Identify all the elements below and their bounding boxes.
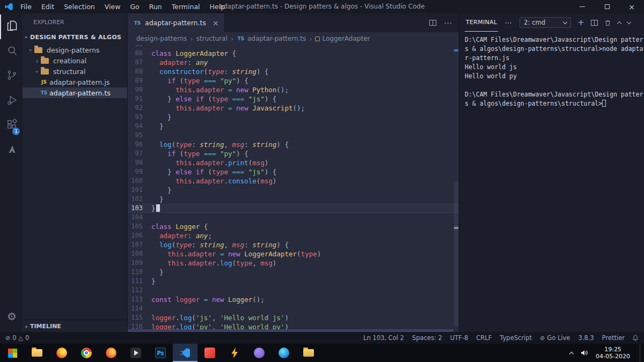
activity-source-control[interactable] (0, 64, 23, 88)
split-editor-icon[interactable] (429, 20, 436, 26)
shell-selector[interactable]: 2: cmd (519, 17, 571, 28)
panel-maximize-icon[interactable] (618, 20, 621, 25)
activity-run-debug[interactable] (0, 88, 23, 113)
more-actions-icon[interactable]: ⋯ (444, 18, 452, 28)
status-spaces-2[interactable]: Spaces: 2 (412, 334, 442, 342)
status-prettier[interactable]: Prettier (602, 334, 625, 342)
code-line[interactable]: 98 this.adapter.print(msg) (128, 158, 459, 167)
code-line[interactable]: 96 log(type: string, msg: string) { (128, 140, 459, 149)
menu-go[interactable]: Go (125, 0, 144, 13)
close-button[interactable]: × (619, 0, 644, 13)
tab-close-icon[interactable]: × (213, 19, 219, 27)
minimize-button[interactable] (570, 0, 595, 13)
tree-item-adaptar-pattern.js[interactable]: JSadaptar-pattern.js (23, 77, 127, 87)
tree-item-design-patterns[interactable]: ›design-patterns (23, 45, 127, 55)
code-line[interactable]: 85 (128, 45, 459, 49)
show-desktop-button[interactable] (640, 344, 642, 362)
code-line[interactable]: 97 if (type === "py") { (128, 149, 459, 158)
taskbar-file-explorer[interactable] (25, 344, 49, 362)
panel-collapse-icon[interactable] (627, 22, 631, 24)
status-utf-8[interactable]: UTF-8 (450, 334, 469, 342)
notifications-bell-icon[interactable] (632, 334, 639, 342)
breadcrumb-item[interactable]: LoggerAdapter (315, 35, 370, 42)
taskbar-file-explorer-2[interactable] (296, 344, 321, 362)
taskbar-app-red[interactable] (197, 344, 222, 362)
code-line[interactable]: 103} (128, 204, 459, 213)
taskbar-chrome[interactable] (74, 344, 99, 362)
tray-chevron-icon[interactable] (569, 351, 574, 356)
code-line[interactable]: 89 if (type === "py") { (128, 76, 459, 85)
code-editor[interactable]: 8586class LoggerAdapter {87 adapter: any… (128, 45, 459, 332)
editor-horizontal-scrollbar[interactable] (128, 329, 453, 332)
code-line[interactable]: 88 constructor(type: string) { (128, 67, 459, 76)
code-line[interactable]: 92 this.adapter = new Javascript(); (128, 104, 459, 113)
code-line[interactable]: 101 } (128, 186, 459, 195)
menu-edit[interactable]: Edit (36, 0, 59, 13)
workspace-section-header[interactable]: › DESIGN PATTERS & ALGOS (23, 31, 127, 43)
taskbar-lightning[interactable] (222, 344, 247, 362)
code-line[interactable]: 107 log(type: string, msg: string) { (128, 240, 459, 249)
taskbar-app-purple[interactable] (247, 344, 272, 362)
terminal-tab[interactable]: TERMINAL (465, 13, 498, 32)
menu-terminal[interactable]: Terminal (167, 0, 205, 13)
code-line[interactable]: 100 this.adapter.console(msg) (128, 176, 459, 186)
code-line[interactable]: 115logger.log('js', 'Hello world js') (128, 313, 459, 322)
code-line[interactable]: 94 } (128, 122, 459, 131)
code-line[interactable]: 91 } else if (type === "js") { (128, 94, 459, 104)
code-line[interactable]: 93 } (128, 113, 459, 122)
taskbar-firefox-dev[interactable] (99, 344, 123, 362)
menu-view[interactable]: View (100, 0, 126, 13)
terminal-more-icon[interactable]: ⋯ (504, 18, 512, 27)
activity-search[interactable] (0, 39, 23, 64)
menu-selection[interactable]: Selection (59, 0, 100, 13)
code-line[interactable]: 110 } (128, 268, 459, 277)
status-3-8-3[interactable]: 3.8.3 (578, 334, 594, 342)
code-line[interactable]: 106 adapter: any; (128, 231, 459, 240)
scrollbar-thumb[interactable] (454, 181, 458, 327)
code-line[interactable]: 87 adapter: any (128, 58, 459, 67)
taskbar-clock[interactable]: 19:25 04-05-2020 (596, 346, 630, 360)
breadcrumb-item[interactable]: design-patterns (136, 35, 187, 42)
code-line[interactable]: 105class Logger { (128, 222, 459, 231)
taskbar-firefox[interactable] (49, 344, 74, 362)
code-line[interactable]: 104 (128, 213, 459, 222)
activity-azure[interactable] (0, 138, 23, 162)
code-line[interactable]: 111} (128, 277, 459, 286)
taskbar-media-player[interactable] (123, 344, 148, 362)
code-line[interactable]: 102 } (128, 195, 459, 204)
taskbar-vscode[interactable] (173, 344, 197, 362)
kill-terminal-icon[interactable] (604, 19, 611, 26)
menu-run[interactable]: Run (144, 0, 167, 13)
status-go-live[interactable]: ⊘Go Live (540, 334, 570, 342)
tree-item-adaptar-pattern.ts[interactable]: TSadaptar-pattern.ts (23, 87, 127, 98)
status-typescript[interactable]: TypeScript (500, 334, 532, 342)
code-line[interactable]: 95 (128, 131, 459, 140)
code-line[interactable]: 113const logger = new Logger(); (128, 295, 459, 304)
activity-explorer[interactable] (0, 14, 23, 39)
menu-help[interactable]: Help (205, 0, 230, 13)
code-line[interactable]: 86class LoggerAdapter { (128, 49, 459, 58)
menu-file[interactable]: File (16, 0, 36, 13)
activity-settings[interactable]: ⚙ (0, 304, 23, 329)
breadcrumb-item[interactable]: structural (196, 35, 228, 42)
volume-icon[interactable] (581, 348, 588, 358)
terminal-output[interactable]: D:\CAM Files\Dreamwaver\Javascript\Desig… (459, 32, 644, 332)
tree-item-creational[interactable]: ›creational (23, 55, 127, 66)
tree-item-structural[interactable]: ›structural (23, 66, 127, 77)
breadcrumb-item[interactable]: TSadaptar-pattern.ts (237, 35, 306, 42)
status-crlf[interactable]: CRLF (476, 334, 492, 342)
code-line[interactable]: 109 this.adapter.log(type, msg) (128, 258, 459, 268)
code-line[interactable]: 99 } else if (type === "js") { (128, 167, 459, 176)
code-line[interactable]: 114 (128, 304, 459, 313)
new-terminal-icon[interactable]: + (577, 18, 584, 27)
restore-button[interactable] (595, 0, 619, 13)
code-line[interactable]: 108 this.adapter = new LoggerAdapter(typ… (128, 249, 459, 258)
code-line[interactable]: 90 this.adapter = new Python(); (128, 85, 459, 94)
tab-adaptar-pattern-ts[interactable]: TS adaptar-pattern.ts × (128, 13, 225, 32)
taskbar-start[interactable] (0, 344, 25, 362)
status-ln-103-col-2[interactable]: Ln 103, Col 2 (363, 334, 404, 342)
timeline-section[interactable]: › TIMELINE (23, 320, 127, 332)
code-line[interactable]: 112 (128, 286, 459, 295)
editor-vertical-scrollbar[interactable] (453, 45, 459, 329)
split-terminal-icon[interactable] (591, 20, 598, 26)
